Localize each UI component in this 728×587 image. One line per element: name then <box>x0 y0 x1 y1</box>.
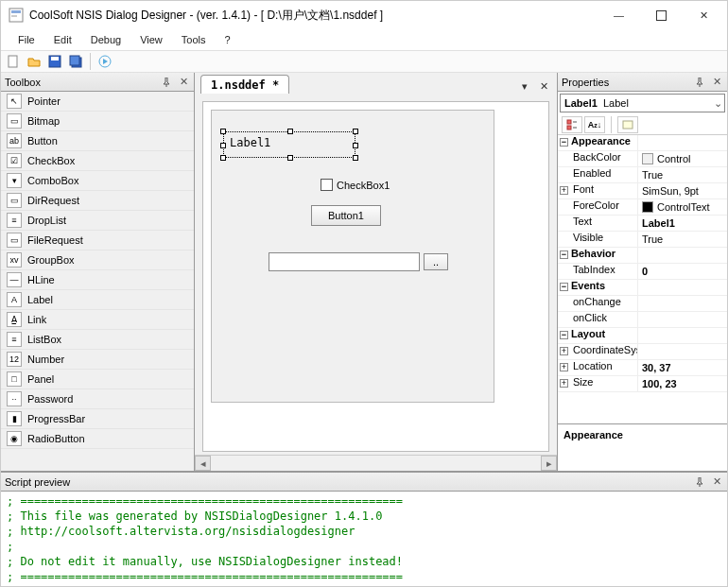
resize-handle-w[interactable] <box>220 143 226 148</box>
menu-help[interactable]: ? <box>215 31 239 48</box>
menu-tools[interactable]: Tools <box>172 31 216 48</box>
expand-icon[interactable]: − <box>560 331 568 339</box>
property-row[interactable]: onClick <box>558 312 727 328</box>
property-pages-button[interactable] <box>617 116 638 133</box>
tab-dropdown-icon[interactable]: ▾ <box>517 78 532 94</box>
design-surface[interactable]: Label1 CheckBox1 <box>211 110 494 403</box>
control-button1[interactable]: Button1 <box>311 205 381 226</box>
property-row[interactable]: −Behavior <box>558 248 727 264</box>
property-row[interactable]: −Events <box>558 280 727 296</box>
save-all-button[interactable] <box>67 53 84 70</box>
expand-icon[interactable]: + <box>560 363 568 371</box>
toolbox-item-hline[interactable]: —HLine <box>1 270 194 290</box>
scroll-left-button[interactable]: ◂ <box>195 456 211 471</box>
resize-handle-ne[interactable] <box>353 129 358 134</box>
property-row[interactable]: EnabledTrue <box>558 167 727 183</box>
control-browse-button[interactable]: .. <box>424 253 448 270</box>
resize-handle-sw[interactable] <box>220 155 226 161</box>
resize-handle-nw[interactable] <box>220 129 226 134</box>
menu-file[interactable]: File <box>9 31 44 48</box>
horizontal-scrollbar[interactable]: ◂ ▸ <box>195 455 557 471</box>
toolbox-item-radiobutton[interactable]: ◉RadioButton <box>1 429 194 449</box>
property-row[interactable]: +FontSimSun, 9pt <box>558 183 727 199</box>
toolbox-item-link[interactable]: A̲Link <box>1 310 194 330</box>
close-button[interactable]: ✕ <box>683 2 725 28</box>
run-button[interactable] <box>96 53 113 70</box>
property-row[interactable]: −Appearance <box>558 135 727 151</box>
menu-edit[interactable]: Edit <box>44 31 81 48</box>
script-body[interactable]: ; ======================================… <box>1 492 727 586</box>
toolbox-item-label[interactable]: ALabel <box>1 290 194 310</box>
property-row[interactable]: VisibleTrue <box>558 232 727 248</box>
expand-icon[interactable]: − <box>560 283 568 291</box>
property-grid[interactable]: −AppearanceBackColorControlEnabledTrue+F… <box>558 135 727 423</box>
open-button[interactable] <box>26 53 43 70</box>
property-row[interactable]: −Layout <box>558 328 727 344</box>
close-icon[interactable]: ✕ <box>710 76 723 89</box>
property-row[interactable]: +CoordinateSystem <box>558 344 727 360</box>
toolbox-item-button[interactable]: abButton <box>1 131 194 151</box>
button1-label: Button1 <box>328 210 364 221</box>
property-row[interactable]: +Location30, 37 <box>558 360 727 376</box>
property-row[interactable]: onChange <box>558 296 727 312</box>
expand-icon[interactable]: − <box>560 250 568 259</box>
resize-handle-e[interactable] <box>353 143 358 148</box>
toolbox-item-checkbox[interactable]: ☑CheckBox <box>1 151 194 171</box>
close-icon[interactable]: ✕ <box>177 76 190 89</box>
toolbox-item-combobox[interactable]: ▾ComboBox <box>1 171 194 191</box>
property-row[interactable]: TabIndex0 <box>558 264 727 280</box>
menu-debug[interactable]: Debug <box>81 31 130 48</box>
pin-icon[interactable] <box>693 475 706 489</box>
object-selector[interactable]: Label1 Label ⌄ <box>560 94 725 112</box>
toolbox-item-bitmap[interactable]: ▭Bitmap <box>1 112 194 131</box>
new-button[interactable] <box>5 53 22 70</box>
toolbox-item-filerequest[interactable]: ▭FileRequest <box>1 231 194 250</box>
alphabetical-view-button[interactable]: Az↓ <box>584 116 605 133</box>
canvas[interactable]: Label1 CheckBox1 <box>202 101 549 452</box>
maximize-button[interactable] <box>640 2 683 28</box>
property-row[interactable]: BackColorControl <box>558 151 727 167</box>
designer-panel: 1.nsddef * ▾ ✕ Label1 <box>195 73 557 471</box>
save-button[interactable] <box>46 53 63 70</box>
toolbox-item-groupbox[interactable]: xvGroupBox <box>1 250 194 270</box>
expand-icon[interactable]: + <box>560 186 568 195</box>
toolbox-item-droplist[interactable]: ≡DropList <box>1 211 194 231</box>
chevron-down-icon[interactable]: ⌄ <box>714 97 722 110</box>
property-row[interactable]: +Size100, 23 <box>558 376 727 392</box>
toolbox-item-number[interactable]: 12Number <box>1 350 194 370</box>
document-tabs: 1.nsddef * ▾ ✕ <box>195 73 557 94</box>
scroll-track[interactable] <box>211 456 541 471</box>
control-textbox[interactable] <box>269 252 420 271</box>
checkbox-box[interactable] <box>321 179 333 191</box>
close-icon[interactable]: ✕ <box>710 475 723 489</box>
toolbox-item-password[interactable]: ··Password <box>1 389 194 409</box>
expand-icon[interactable]: − <box>560 138 568 147</box>
canvas-wrap: Label1 CheckBox1 <box>195 94 557 471</box>
tab-document[interactable]: 1.nsddef * <box>200 75 289 94</box>
pin-icon[interactable] <box>160 76 173 89</box>
expand-icon[interactable]: + <box>560 379 568 388</box>
resize-handle-s[interactable] <box>287 155 293 161</box>
menu-view[interactable]: View <box>130 31 172 48</box>
resize-handle-n[interactable] <box>287 129 293 134</box>
toolbox-item-listbox[interactable]: ≡ListBox <box>1 330 194 350</box>
property-row[interactable]: TextLabel1 <box>558 216 727 232</box>
toolbox-item-progressbar[interactable]: ▮ProgressBar <box>1 409 194 429</box>
toolbox-item-label: RadioButton <box>27 433 85 444</box>
resize-handle-se[interactable] <box>353 155 358 161</box>
toolbox-item-dirrequest[interactable]: ▭DirRequest <box>1 191 194 211</box>
categorized-view-button[interactable] <box>562 116 582 133</box>
property-name: Location <box>573 360 613 371</box>
scroll-right-button[interactable]: ▸ <box>541 456 557 471</box>
control-label1[interactable]: Label1 <box>223 131 355 158</box>
property-row[interactable]: ForeColorControlText <box>558 199 727 216</box>
minimize-button[interactable]: — <box>598 2 640 28</box>
tab-close-icon[interactable]: ✕ <box>536 78 551 94</box>
window-title: CoolSoft NSIS Dialog Designer - (ver. 1.… <box>29 8 598 24</box>
toolbox-item-pointer[interactable]: ↖Pointer <box>1 92 194 112</box>
toolbox-item-panel[interactable]: □Panel <box>1 370 194 389</box>
expand-icon[interactable]: + <box>560 347 568 355</box>
pin-icon[interactable] <box>693 76 706 89</box>
object-name: Label1 <box>564 97 598 109</box>
control-checkbox1[interactable]: CheckBox1 <box>321 179 390 191</box>
